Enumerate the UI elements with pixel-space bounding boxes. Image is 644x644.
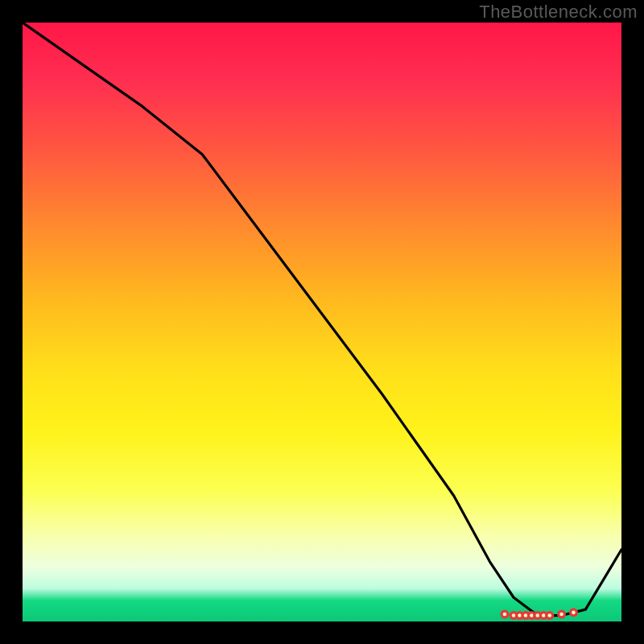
chart-container: TheBottleneck.com <box>0 0 644 644</box>
marker-dot-inner <box>572 611 576 615</box>
marker-dot-inner <box>512 613 516 617</box>
chart-line <box>23 23 621 616</box>
chart-overlay <box>23 23 621 621</box>
marker-dot-inner <box>559 613 564 617</box>
marker-dot-inner <box>524 613 528 617</box>
watermark-text: TheBottleneck.com <box>479 2 638 23</box>
chart-line-group <box>23 23 621 616</box>
marker-dot-inner <box>547 613 551 617</box>
marker-dot-inner <box>536 613 540 617</box>
marker-dot-inner <box>518 613 522 617</box>
marker-dot-inner <box>503 613 507 617</box>
marker-dot-inner <box>530 613 534 617</box>
marker-dot-inner <box>542 613 546 617</box>
